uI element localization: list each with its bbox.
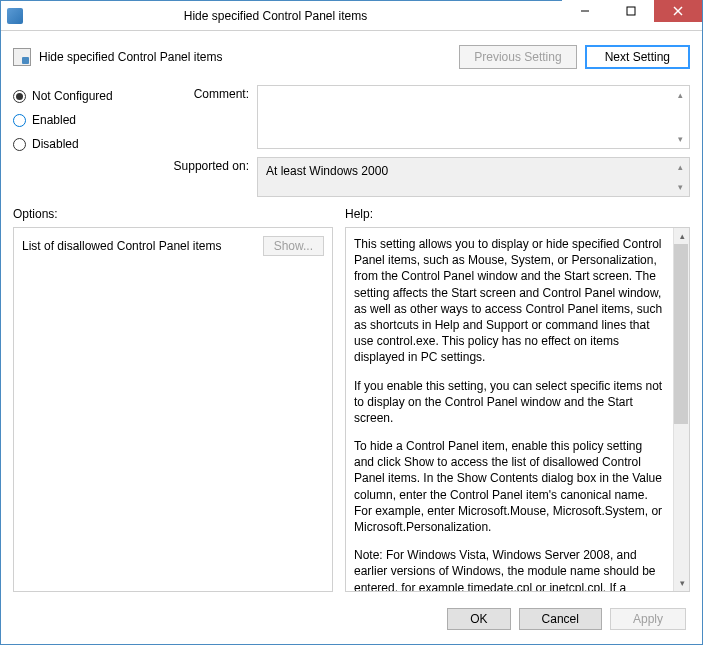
policy-icon [13,48,31,66]
options-row: List of disallowed Control Panel items S… [22,236,324,256]
ok-button[interactable]: OK [447,608,510,630]
comment-input[interactable]: ▴ ▾ [257,85,690,149]
scroll-down-icon[interactable]: ▾ [673,180,687,194]
next-setting-button[interactable]: Next Setting [585,45,690,69]
options-list-label: List of disallowed Control Panel items [22,239,221,253]
help-label: Help: [345,205,690,223]
svg-rect-1 [627,7,635,15]
radio-group: Not Configured Enabled Disabled [13,85,143,197]
supported-label: Supported on: [163,157,249,197]
apply-button[interactable]: Apply [610,608,686,630]
radio-enabled[interactable]: Enabled [13,113,143,127]
comment-label: Comment: [163,85,249,149]
minimize-icon [580,6,590,16]
content-area: Hide specified Control Panel items Previ… [1,31,702,644]
options-box: List of disallowed Control Panel items S… [13,227,333,592]
window-controls [562,1,702,30]
help-box: This setting allows you to display or hi… [345,227,690,592]
help-scrollbar[interactable]: ▴ ▾ [673,228,689,591]
radio-icon [13,90,26,103]
show-button[interactable]: Show... [263,236,324,256]
help-paragraph: This setting allows you to display or hi… [354,236,665,366]
footer-buttons: OK Cancel Apply [13,600,690,634]
scroll-up-icon[interactable]: ▴ [674,228,690,244]
header-row: Hide specified Control Panel items Previ… [13,41,690,77]
dialog-window: Hide specified Control Panel items Hide … [0,0,703,645]
close-icon [673,6,683,16]
minimize-button[interactable] [562,0,608,22]
scroll-down-icon[interactable]: ▾ [673,132,687,146]
policy-title: Hide specified Control Panel items [39,50,451,64]
scroll-up-icon[interactable]: ▴ [673,88,687,102]
config-section: Not Configured Enabled Disabled Comment:… [13,85,690,197]
window-title: Hide specified Control Panel items [29,9,562,23]
previous-setting-button[interactable]: Previous Setting [459,45,576,69]
app-icon [7,8,23,24]
maximize-button[interactable] [608,0,654,22]
supported-row: Supported on: At least Windows 2000 ▴ ▾ [163,157,690,197]
supported-box: At least Windows 2000 ▴ ▾ [257,157,690,197]
options-label: Options: [13,205,333,223]
cancel-button[interactable]: Cancel [519,608,602,630]
radio-not-configured[interactable]: Not Configured [13,89,143,103]
help-panel: Help: This setting allows you to display… [345,205,690,592]
help-paragraph: Note: For Windows Vista, Windows Server … [354,547,665,592]
supported-value: At least Windows 2000 [266,164,388,178]
maximize-icon [626,6,636,16]
radio-label: Not Configured [32,89,113,103]
comment-row: Comment: ▴ ▾ [163,85,690,149]
titlebar: Hide specified Control Panel items [1,1,702,31]
close-button[interactable] [654,0,702,22]
help-paragraph: To hide a Control Panel item, enable thi… [354,438,665,535]
radio-disabled[interactable]: Disabled [13,137,143,151]
panels-row: Options: List of disallowed Control Pane… [13,205,690,592]
radio-icon [13,114,26,127]
radio-icon [13,138,26,151]
scroll-down-icon[interactable]: ▾ [674,575,690,591]
scroll-up-icon[interactable]: ▴ [673,160,687,174]
fields-column: Comment: ▴ ▾ Supported on: At least Wind… [163,85,690,197]
options-panel: Options: List of disallowed Control Pane… [13,205,333,592]
scroll-thumb[interactable] [674,244,688,424]
radio-label: Disabled [32,137,79,151]
radio-label: Enabled [32,113,76,127]
help-text: This setting allows you to display or hi… [354,236,681,592]
help-paragraph: If you enable this setting, you can sele… [354,378,665,427]
